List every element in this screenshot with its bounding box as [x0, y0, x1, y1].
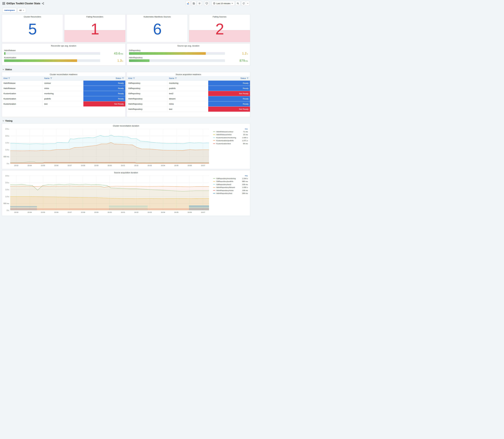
- status-cell: Ready: [83, 96, 125, 101]
- section-row-timing[interactable]: Timing: [2, 118, 250, 123]
- table-row: GitRepositorymonitoringReady: [127, 81, 250, 86]
- name-cell: test2: [167, 91, 208, 96]
- svg-text:500 ms: 500 ms: [3, 156, 9, 158]
- svg-text:15:57: 15:57: [67, 211, 72, 213]
- svg-text:15:55: 15:55: [41, 165, 45, 166]
- filter-icon[interactable]: [50, 77, 52, 79]
- table-row: HelmRepositorybitnamiReady: [127, 96, 250, 101]
- column-header-status[interactable]: Status: [208, 76, 250, 81]
- kind-cell: GitRepository: [127, 86, 168, 91]
- legend-series-name: HelmRepository/bitnami: [216, 186, 242, 188]
- svg-text:16:04: 16:04: [161, 211, 165, 213]
- column-header-name[interactable]: Name: [43, 76, 83, 81]
- legend-item[interactable]: HelmRelease/contour71 ms: [213, 130, 248, 133]
- filter-icon[interactable]: [8, 77, 10, 79]
- chart-plot[interactable]: 0 s500 ms1.0 s1.5 s2.0 s2.5 s15:5315:541…: [3, 128, 210, 167]
- panel-title[interactable]: Reconciler ops avg. duration: [2, 44, 125, 48]
- column-header-kind[interactable]: Kind: [2, 76, 43, 81]
- status-cell: Ready: [83, 81, 125, 86]
- add-panel-button[interactable]: [186, 1, 190, 6]
- chevron-down-icon: [2, 69, 4, 70]
- kind-cell: GitRepository: [127, 91, 168, 96]
- chevron-down-icon: [232, 3, 233, 4]
- time-range-picker[interactable]: Last 15 minutes: [211, 1, 235, 6]
- filter-icon[interactable]: [133, 77, 135, 79]
- gauge-value: 43.6ms: [100, 51, 123, 55]
- share-icon[interactable]: [42, 2, 44, 5]
- svg-text:1.0 s: 1.0 s: [5, 149, 9, 151]
- section-title: Status: [5, 68, 12, 71]
- submenu: namespace All: [2, 7, 250, 14]
- column-header-kind[interactable]: Kind: [127, 76, 168, 81]
- panel-title[interactable]: Kubernetes Manifests Sources: [127, 14, 188, 18]
- legend-item[interactable]: HelmRepository/minio108 ms: [213, 189, 248, 192]
- svg-text:15:58: 15:58: [81, 165, 85, 166]
- legend-item[interactable]: GitRepository/test2338 ms: [213, 183, 248, 186]
- section-row-status[interactable]: Status: [2, 67, 250, 72]
- table-row: KustomizationmonitoringReady: [2, 91, 125, 96]
- legend-series-avg: 1.695 s: [242, 186, 248, 188]
- legend-series-name: HelmRepository/test: [216, 192, 242, 194]
- refresh-interval-dropdown[interactable]: [246, 1, 250, 6]
- panel-title[interactable]: Source acquisition duration: [2, 171, 250, 174]
- gauge-bar: [129, 59, 150, 62]
- legend-swatch-icon: [213, 190, 215, 191]
- svg-text:0 s: 0 s: [7, 163, 9, 164]
- legend-item[interactable]: Kustomization/podinfo1.071 s: [213, 139, 248, 142]
- legend-series-avg: 338 ms: [242, 183, 248, 185]
- legend-item[interactable]: HelmRepository/bitnami1.695 s: [213, 186, 248, 189]
- filter-icon[interactable]: [122, 77, 124, 79]
- legend-series-name: Kustomization/test: [216, 143, 243, 145]
- legend-avg-header: avg: [213, 128, 247, 130]
- panel-title[interactable]: Source acquisition readiness: [127, 72, 250, 76]
- name-cell: contour: [43, 81, 83, 86]
- legend-item[interactable]: Kustomization/test84 ms: [213, 142, 248, 145]
- dashboard-title: GitOps Toolkit Cluster Stats: [6, 2, 40, 5]
- legend-series-avg: 1.605 s: [242, 137, 248, 139]
- legend-swatch-icon: [213, 132, 215, 132]
- refresh-button[interactable]: [241, 1, 246, 6]
- legend-item[interactable]: GitRepository/monitoring1.594 s: [213, 177, 248, 180]
- legend-series-name: HelmRepository/minio: [216, 190, 242, 191]
- svg-text:0 s: 0 s: [7, 209, 9, 211]
- panel-title[interactable]: Cluster reconciliation readiness: [2, 72, 125, 76]
- table-row: HelmReleaseminioReady: [2, 86, 125, 91]
- legend-item[interactable]: HelmRepository/test289 ms: [213, 192, 248, 195]
- save-dashboard-button[interactable]: [191, 1, 196, 6]
- cycle-view-mode-button[interactable]: [204, 1, 209, 6]
- gauge-track: [129, 52, 225, 55]
- panel-title[interactable]: Cluster Reconcilers: [2, 14, 63, 18]
- svg-text:15:53: 15:53: [14, 165, 18, 166]
- filter-icon[interactable]: [175, 77, 177, 79]
- zoom-out-button[interactable]: [236, 1, 240, 6]
- legend-item[interactable]: GitRepository/podinfo980 ms: [213, 180, 248, 183]
- time-range-label: Last 15 minutes: [216, 2, 230, 5]
- panel-title[interactable]: Cluster reconciliation duration: [2, 124, 250, 127]
- panel-title[interactable]: Source ops avg. duration: [127, 44, 250, 48]
- svg-text:15:59: 15:59: [94, 165, 98, 166]
- legend-series-avg: 289 ms: [242, 192, 248, 194]
- dashboard-settings-button[interactable]: [197, 1, 202, 6]
- legend-item[interactable]: HelmRelease/minio16 ms: [213, 133, 248, 136]
- stats-row: Cluster Reconcilers 5 Failing Reconciler…: [2, 14, 250, 42]
- filter-icon[interactable]: [247, 77, 248, 79]
- panel-title[interactable]: Failing Reconcilers: [64, 14, 125, 18]
- svg-text:16:03: 16:03: [148, 165, 152, 166]
- legend-swatch-icon: [213, 144, 215, 144]
- svg-text:15:56: 15:56: [54, 165, 59, 166]
- variable-label: namespace: [2, 8, 16, 12]
- apps-grid-icon[interactable]: [2, 2, 5, 5]
- status-cell: Not Ready: [83, 101, 125, 107]
- kind-cell: Kustomization: [2, 96, 43, 101]
- variable-value-dropdown[interactable]: All: [18, 8, 26, 12]
- column-header-status[interactable]: Status: [83, 76, 125, 81]
- legend-item[interactable]: Kustomization/monitoring1.605 s: [213, 136, 248, 139]
- kind-cell: HelmRepository: [127, 96, 168, 101]
- gauge-row: HelmRelease 43.6ms: [4, 49, 123, 55]
- gauge-label: Kustomization: [4, 57, 100, 59]
- gauge-value: 1.3s: [100, 59, 123, 62]
- chart-plot[interactable]: 0 s500 ms1.0 s1.5 s2.0 s2.5 s15:5315:541…: [3, 174, 210, 214]
- column-header-name[interactable]: Name: [167, 76, 208, 81]
- panel-title[interactable]: Failing Sources: [189, 14, 250, 18]
- gauge-bar: [4, 59, 77, 62]
